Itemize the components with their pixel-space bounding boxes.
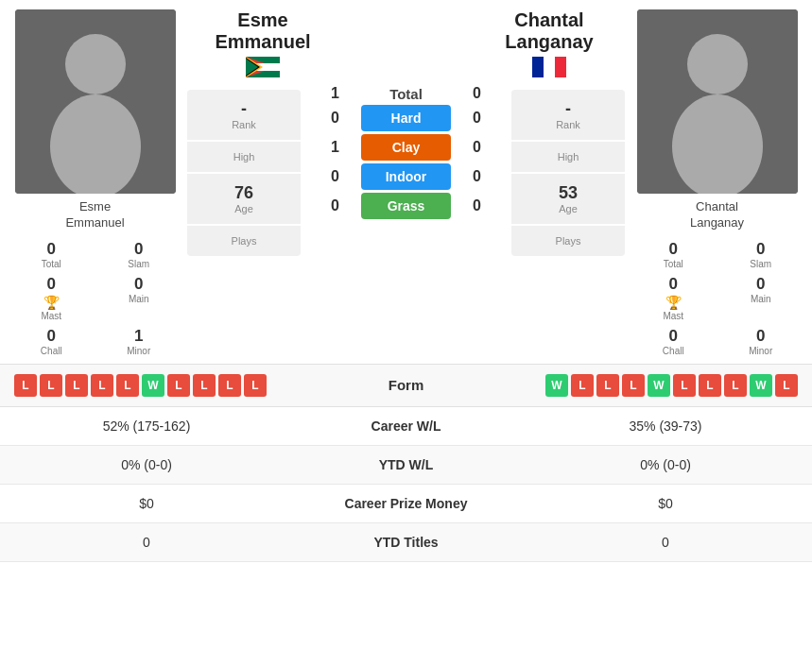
form-badge-l: L xyxy=(193,374,216,397)
right-total-val: 0 xyxy=(630,240,717,259)
left-age-val: 76 xyxy=(192,183,296,203)
grass-right-score: 0 xyxy=(456,197,498,214)
right-minor-item: 0 Minor xyxy=(717,324,805,359)
career-wl-row: 52% (175-162) Career W/L 35% (39-73) xyxy=(0,407,812,446)
form-badge-w: W xyxy=(750,374,772,397)
right-rank-block: - Rank xyxy=(511,90,625,142)
form-section: LLLLLWLLLL Form WLLLWLLLWL xyxy=(0,364,812,406)
form-badge-l: L xyxy=(116,374,139,397)
left-total-item: 0 Total xyxy=(8,237,95,272)
right-age-val: 53 xyxy=(516,183,620,203)
right-total-item: 0 Total xyxy=(630,237,717,272)
left-trophy-icon: 🏆 xyxy=(43,295,60,310)
form-badge-l: L xyxy=(596,374,619,397)
player-titles-row: EsmeEmmanuel ChantalLanganay xyxy=(187,9,625,53)
right-mast-val: 0 xyxy=(630,275,717,294)
left-minor-val: 1 xyxy=(95,327,183,346)
right-chall-val: 0 xyxy=(630,327,717,346)
grass-badge: Grass xyxy=(361,193,451,219)
left-main-lbl: Main xyxy=(95,294,183,304)
right-age-lbl: Age xyxy=(516,203,620,214)
left-slam-lbl: Slam xyxy=(95,259,183,269)
right-rank-lbl: Rank xyxy=(516,119,620,130)
career-wl-left: 52% (175-162) xyxy=(14,418,279,434)
right-main-val: 0 xyxy=(756,275,765,294)
right-player-col: ChantalLanganay 0 Total 0 Slam 0🏆 Mast xyxy=(630,9,804,359)
left-age-lbl: Age xyxy=(192,203,296,214)
clay-left-score: 1 xyxy=(314,139,356,156)
left-form-badges: LLLLLWLLLL xyxy=(14,374,307,397)
form-badge-l: L xyxy=(724,374,747,397)
hard-left-score: 0 xyxy=(314,110,356,127)
right-plays-lbl: Plays xyxy=(516,235,620,247)
score-table: 1 Total 0 0 Hard 0 1 Clay 0 xyxy=(308,85,504,219)
left-flag-icon xyxy=(246,57,280,77)
right-plays-block: Plays xyxy=(511,226,625,256)
ytd-wl-left: 0% (0-0) xyxy=(14,457,279,472)
right-flag-spacer xyxy=(474,57,625,77)
right-main-lbl: Main xyxy=(717,294,805,304)
mid-with-side: - Rank High 76 Age Plays xyxy=(187,85,625,256)
left-trophy-row: 0 xyxy=(95,275,183,294)
svg-rect-16 xyxy=(555,57,566,77)
grass-left-score: 0 xyxy=(314,197,356,214)
form-badge-l: L xyxy=(40,374,62,397)
svg-rect-14 xyxy=(532,57,544,77)
left-rank-lbl: Rank xyxy=(192,119,296,130)
left-stats-grid: 0 Total 0 Slam 0🏆 Mast 0 Main xyxy=(8,237,182,359)
left-rank-block: - Rank xyxy=(187,90,301,142)
right-flag-icon xyxy=(532,57,566,77)
form-badge-l: L xyxy=(673,374,696,397)
form-badge-l: L xyxy=(91,374,113,397)
left-player-photo xyxy=(15,9,176,194)
ytd-wl-label: YTD W/L xyxy=(279,457,533,472)
total-right-score: 0 xyxy=(456,85,498,102)
left-high-block: High xyxy=(187,142,301,174)
career-wl-right: 35% (39-73) xyxy=(533,418,798,434)
career-prize-label: Career Prize Money xyxy=(279,496,533,511)
hard-badge: Hard xyxy=(361,105,451,131)
total-left-score: 1 xyxy=(314,85,356,102)
ytd-titles-left: 0 xyxy=(14,535,279,550)
left-mast-item: 0🏆 Mast xyxy=(8,272,95,324)
svg-point-1 xyxy=(65,34,126,94)
right-slam-val: 0 xyxy=(717,240,805,259)
career-prize-right: $0 xyxy=(533,496,798,511)
left-chall-item: 0 Chall xyxy=(8,324,95,359)
left-minor-item: 1 Minor xyxy=(95,324,183,359)
career-prize-row: $0 Career Prize Money $0 xyxy=(0,485,812,523)
indoor-right-score: 0 xyxy=(456,168,498,185)
flags-row xyxy=(187,57,625,77)
left-title-name: EsmeEmmanuel xyxy=(187,9,338,53)
form-badge-w: W xyxy=(142,374,164,397)
career-prize-left: $0 xyxy=(14,496,279,511)
ytd-wl-row: 0% (0-0) YTD W/L 0% (0-0) xyxy=(0,446,812,485)
form-badge-w: W xyxy=(648,374,670,397)
left-chall-lbl: Chall xyxy=(8,346,95,356)
right-minor-lbl: Minor xyxy=(717,346,805,356)
left-plays-block: Plays xyxy=(187,226,301,256)
right-chall-lbl: Chall xyxy=(630,346,717,356)
right-minor-val: 0 xyxy=(717,327,805,346)
right-title-name: ChantalLanganay xyxy=(474,9,625,53)
right-slam-lbl: Slam xyxy=(717,259,805,269)
right-total-lbl: Total xyxy=(630,259,717,269)
left-player-name: EsmeEmmanuel xyxy=(65,199,124,231)
ytd-titles-right: 0 xyxy=(533,535,798,550)
form-label: Form xyxy=(359,377,454,393)
indoor-badge: Indoor xyxy=(361,163,451,190)
form-badge-l: L xyxy=(699,374,721,397)
form-badge-w: W xyxy=(545,374,568,397)
score-clay-row: 1 Clay 0 xyxy=(308,134,504,161)
left-high-lbl: High xyxy=(192,151,296,162)
left-chall-val: 0 xyxy=(8,327,95,346)
left-mast-val: 0 xyxy=(8,275,95,294)
left-minor-lbl: Minor xyxy=(95,346,183,356)
right-side-panel: - Rank High 53 Age Plays xyxy=(511,90,625,256)
clay-badge: Clay xyxy=(361,134,451,161)
right-main-item: 0 Main xyxy=(717,272,805,324)
right-mast-lbl: Mast xyxy=(630,311,717,321)
right-slam-item: 0 Slam xyxy=(717,237,805,272)
ytd-titles-row: 0 YTD Titles 0 xyxy=(0,523,812,562)
right-mast-item: 0🏆 Mast xyxy=(630,272,717,324)
